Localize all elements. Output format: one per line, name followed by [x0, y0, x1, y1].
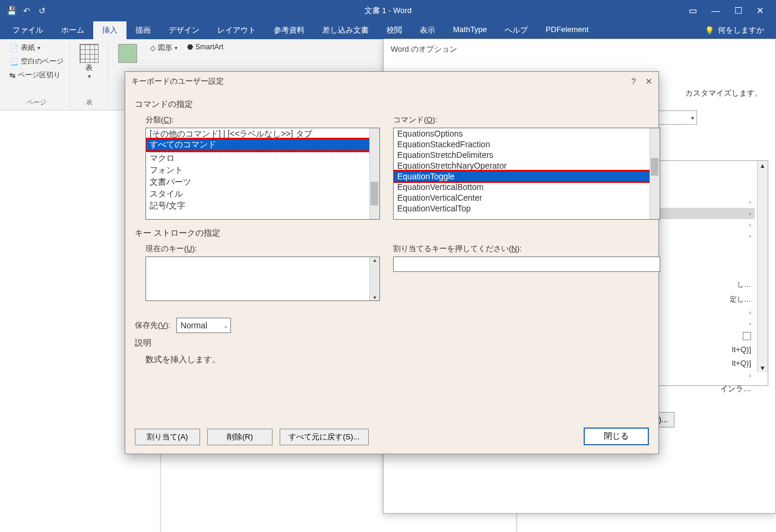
smartart-button[interactable]: ⬣SmartArt: [186, 42, 224, 52]
section-keystroke: キー ストロークの指定: [135, 228, 649, 239]
category-item[interactable]: スタイル: [146, 188, 379, 200]
close-icon[interactable]: ✕: [645, 77, 653, 86]
chevron-down-icon: ⌄: [223, 322, 228, 329]
options-list-scrollbar[interactable]: ▴ ▾: [757, 161, 768, 372]
assign-button[interactable]: 割り当て(A): [135, 429, 200, 445]
keyboard-customize-dialog: キーボードのユーザー設定 ? ✕ コマンドの指定 分類(C): [その他のコマン…: [125, 71, 659, 454]
pictures-icon: [118, 44, 137, 63]
section-command: コマンドの指定: [135, 99, 649, 110]
category-item[interactable]: [その他のコマンド] | [<<ラベルなし>>] タブ: [146, 128, 379, 140]
command-item[interactable]: EquationStackedFraction: [394, 139, 660, 150]
tab-layout[interactable]: レイアウト: [208, 21, 265, 39]
qat-dropdown-icon[interactable]: ▾: [52, 5, 63, 16]
customize-text: カスタマイズします。: [685, 88, 762, 99]
search-placeholder: 何をしますか: [718, 25, 764, 36]
category-listbox[interactable]: [その他のコマンド] | [<<ラベルなし>>] タブ すべてのコマンド マクロ…: [145, 128, 380, 220]
pages-group: 📄表紙▾ 📃空白のページ ↹ページ区切り ページ: [4, 42, 70, 107]
table-group-label: 表: [86, 98, 93, 107]
category-item[interactable]: 文書パーツ: [146, 176, 379, 188]
ribbon-display-icon[interactable]: ▭: [689, 5, 697, 16]
tab-mailings[interactable]: 差し込み文書: [313, 21, 378, 39]
tab-view[interactable]: 表示: [411, 21, 444, 39]
cover-page-button[interactable]: 📄表紙▾: [8, 42, 42, 54]
options-title: Word のオプション: [384, 39, 775, 59]
redo-icon[interactable]: ↺: [37, 5, 47, 16]
kbd-titlebar: キーボードのユーザー設定 ? ✕: [125, 72, 658, 91]
tab-mathtype[interactable]: MathType: [444, 21, 496, 39]
help-icon[interactable]: ?: [631, 77, 636, 86]
quick-access-toolbar: 💾 ↶ ↺ ▾: [0, 5, 63, 16]
tab-draw[interactable]: 描画: [126, 21, 160, 39]
current-keys-label: 現在のキー(U):: [145, 243, 380, 254]
save-icon[interactable]: 💾: [6, 5, 17, 16]
category-scrollbar[interactable]: [369, 128, 379, 219]
command-listbox[interactable]: EquationsOptions EquationStackedFraction…: [393, 128, 660, 220]
document-title: 文書 1 - Word: [365, 5, 411, 16]
current-keys-list[interactable]: ▴ ▾: [145, 256, 380, 301]
page-break-button[interactable]: ↹ページ区切り: [8, 69, 62, 81]
undo-icon[interactable]: ↶: [21, 5, 32, 16]
tab-design[interactable]: デザイン: [160, 21, 208, 39]
save-target-label: 保存先(V):: [135, 320, 170, 331]
tab-references[interactable]: 参考資料: [265, 21, 313, 39]
delete-button[interactable]: 削除(R): [207, 429, 273, 445]
category-item[interactable]: マクロ: [146, 153, 379, 164]
cover-page-icon: 📄: [9, 44, 18, 52]
smartart-icon: ⬣: [187, 43, 193, 51]
page-break-icon: ↹: [9, 71, 15, 80]
ribbon-tabs: ファイル ホーム 挿入 描画 デザイン レイアウト 参考資料 差し込み文書 校閲…: [0, 21, 776, 39]
command-item[interactable]: EquationsOptions: [394, 128, 660, 139]
titlebar: 💾 ↶ ↺ ▾ 文書 1 - Word ▭ — ☐ ✕: [0, 0, 776, 21]
table-icon: [80, 44, 99, 63]
command-item[interactable]: EquationVerticalBottom: [394, 182, 660, 192]
tab-review[interactable]: 校閲: [378, 21, 411, 39]
command-item[interactable]: EquationStretchNaryOperator: [394, 160, 660, 171]
shapes-icon: ◇: [150, 44, 156, 52]
search-icon: 💡: [705, 26, 714, 35]
blank-page-icon: 📃: [9, 58, 18, 66]
window-controls: ▭ — ☐ ✕: [689, 5, 776, 16]
table-button[interactable]: 表 ▾: [75, 42, 103, 82]
tell-me-search[interactable]: 💡 何をしますか: [705, 21, 776, 39]
command-item[interactable]: EquationStretchDelimiters: [394, 150, 660, 160]
close-icon[interactable]: ✕: [756, 5, 764, 16]
pictures-button[interactable]: [113, 42, 142, 65]
reset-all-button[interactable]: すべて元に戻す(S)...: [280, 429, 369, 445]
command-item[interactable]: EquationVerticalCenter: [394, 192, 660, 203]
new-key-input[interactable]: [393, 256, 660, 272]
kbd-title: キーボードのユーザー設定: [131, 76, 224, 87]
category-item[interactable]: 記号/文字: [146, 200, 379, 212]
tab-insert[interactable]: 挿入: [93, 21, 126, 39]
description-text: 数式を挿入します。: [145, 354, 649, 365]
command-item[interactable]: EquationVerticalTop: [394, 203, 660, 214]
tab-help[interactable]: ヘルプ: [496, 21, 537, 39]
save-target-select[interactable]: Normal ⌄: [176, 318, 231, 333]
command-scrollbar[interactable]: [650, 128, 660, 219]
blank-page-button[interactable]: 📃空白のページ: [8, 55, 65, 68]
maximize-icon[interactable]: ☐: [734, 5, 742, 16]
new-key-label: 割り当てるキーを押してください(N):: [393, 243, 660, 254]
close-button[interactable]: 閉じる: [584, 428, 649, 445]
command-label: コマンド(O):: [393, 115, 660, 125]
current-keys-scrollbar[interactable]: ▴ ▾: [369, 257, 379, 300]
category-item-selected[interactable]: すべてのコマンド: [146, 139, 379, 151]
tab-file[interactable]: ファイル: [4, 21, 52, 39]
table-group: 表 ▾ 表: [70, 42, 109, 107]
description-label: 説明: [135, 338, 649, 349]
pages-group-label: ページ: [27, 98, 46, 107]
category-label: 分類(C):: [145, 115, 380, 125]
minimize-icon[interactable]: —: [711, 5, 720, 16]
shapes-button[interactable]: ◇図形▾: [149, 42, 179, 54]
tab-home[interactable]: ホーム: [52, 21, 93, 39]
tab-pdfelement[interactable]: PDFelement: [537, 21, 597, 39]
category-item[interactable]: フォント: [146, 164, 379, 176]
command-item-selected[interactable]: EquationToggle: [394, 171, 660, 182]
